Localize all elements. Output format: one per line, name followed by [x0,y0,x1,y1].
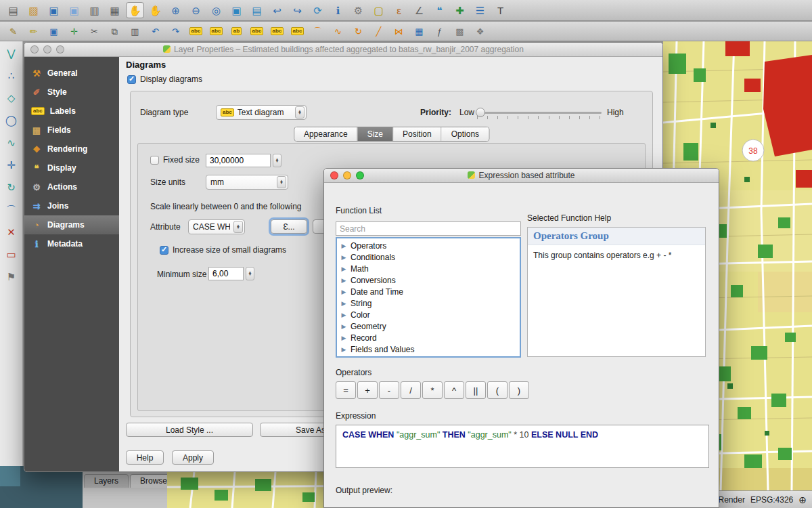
zoom-in-button[interactable]: ⊕ [166,2,185,18]
operator-button-([interactable]: ( [487,381,508,399]
fixed-size-checkbox[interactable] [150,156,159,165]
expand-triangle-icon[interactable]: ▶ [340,346,348,353]
fixed-size-stepper[interactable]: ▲▼ [273,154,281,167]
merge-features-button[interactable]: ⋈ [390,23,408,39]
function-group-fields-and-values[interactable]: ▶Fields and Values [337,343,520,355]
delete-selected-button[interactable]: ✕ [3,224,20,239]
function-group-operators[interactable]: ▶Operators [337,240,520,251]
move-feature-button[interactable]: ✛ [3,157,20,172]
tab-layers[interactable]: Layers [84,474,129,488]
operator-button-*[interactable]: * [422,381,443,399]
operator-button-/[interactable]: / [401,381,421,399]
increase-size-checkbox[interactable] [160,246,168,255]
function-group-conversions[interactable]: ▶Conversions [337,274,520,286]
function-group-date-and-time[interactable]: ▶Date and Time [337,286,520,297]
apply-button[interactable]: Apply [172,450,214,465]
circular-string-tool-button[interactable]: ◯ [3,112,20,127]
text-annotation-button[interactable]: T [491,2,510,18]
function-group-string[interactable]: ▶String [337,297,520,309]
label-rotate-button[interactable]: abc [268,23,286,39]
tab-options[interactable]: Options [442,127,489,141]
sidebar-item-metadata[interactable]: ℹMetadata [24,234,119,253]
load-style-button[interactable]: Load Style ... [126,423,253,437]
operator-button-=[interactable]: = [336,381,356,399]
composer-manager-button[interactable]: ▦ [106,2,124,18]
sidebar-item-actions[interactable]: ⚙Actions [24,177,119,196]
field-calculator-button[interactable]: ƒ [430,23,449,39]
label-pin-button[interactable]: ab [227,23,246,39]
sidebar-item-joins[interactable]: ⇉Joins [24,196,119,215]
new-bookmark-button[interactable]: ✚ [451,2,469,18]
open-project-button[interactable]: ▨ [24,2,43,18]
offset-curve-button[interactable]: ⌒ [309,23,327,39]
tab-size[interactable]: Size [358,127,393,141]
function-group-conditionals[interactable]: ▶Conditionals [337,251,520,263]
new-shapefile-layer-button[interactable]: ▭ [3,247,20,261]
zoom-to-layer-button[interactable]: ▤ [248,2,266,18]
sidebar-item-fields[interactable]: ▦Fields [24,121,119,140]
size-units-select[interactable]: mm ▲▼ [206,175,288,190]
annotation-tool-button[interactable]: ⚑ [3,269,20,284]
minimize-window-button[interactable] [343,171,351,179]
simplify-feature-button[interactable]: ⌒ [3,202,20,217]
priority-slider[interactable] [476,106,602,121]
expression-builder-button[interactable]: Ɛ... [271,219,307,234]
expand-triangle-icon[interactable]: ▶ [340,289,348,295]
function-group-color[interactable]: ▶Color [337,309,520,320]
expression-editor[interactable]: CASE WHEN "aggr_sum" THEN "aggr_sum" * 1… [336,425,709,468]
pan-to-selection-button[interactable]: ✋ [146,2,164,18]
minimum-size-stepper[interactable]: ▲▼ [246,267,254,280]
undo-button[interactable]: ↶ [146,23,164,39]
save-project-as-button[interactable]: ▣ [65,2,83,18]
reshape-features-button[interactable]: ∿ [329,23,347,39]
operator-button-)[interactable]: ) [509,381,529,399]
show-bookmarks-button[interactable]: ☰ [471,2,489,18]
crs-globe-icon[interactable]: ⊕ [798,494,807,505]
expand-triangle-icon[interactable]: ▶ [340,335,348,341]
tab-appearance[interactable]: Appearance [294,127,358,141]
identify-features-button[interactable]: ℹ [329,2,347,18]
rotate-feature-left-button[interactable]: ↻ [3,179,20,194]
minimum-size-input[interactable] [208,267,244,280]
close-window-button[interactable] [330,171,338,179]
zoom-out-button[interactable]: ⊖ [187,2,205,18]
node-tool-button[interactable]: ✛ [65,23,83,39]
toggle-editing-button[interactable]: ✏ [24,23,43,39]
cut-features-button[interactable]: ✂ [85,23,104,39]
operator-button-^[interactable]: ^ [444,381,464,399]
curve-feature-tool-button[interactable]: ∿ [3,135,20,150]
measure-line-button[interactable]: ∠ [410,2,428,18]
expression-dialog-titlebar[interactable]: Expression based attribute [324,169,719,183]
sidebar-item-labels[interactable]: abcLabels [24,102,119,121]
paste-features-button[interactable]: ▥ [126,23,144,39]
add-polygon-feature-button[interactable]: ◇ [3,90,20,105]
pan-map-button[interactable]: ✋ [126,2,144,18]
operator-button-+[interactable]: + [357,381,378,399]
copy-features-button[interactable]: ⧉ [106,23,124,39]
function-group-record[interactable]: ▶Record [337,332,520,343]
map-decorations-button[interactable]: ❖ [471,23,489,39]
save-layer-edits-button[interactable]: ▣ [45,23,63,39]
zoom-full-button[interactable]: ◎ [207,2,225,18]
render-label[interactable]: Render [719,495,745,505]
map-tips-button[interactable]: ❝ [430,2,449,18]
sidebar-item-diagrams[interactable]: ◔Diagrams [24,215,119,234]
minimize-window-button[interactable] [43,45,51,54]
vertex-tool-button[interactable]: ∴ [3,68,20,83]
new-project-button[interactable]: ▤ [4,2,22,18]
function-group-geometry[interactable]: ▶Geometry [337,320,520,332]
close-window-button[interactable] [30,45,39,54]
label-change-button[interactable]: abc [288,23,307,39]
zoom-last-button[interactable]: ↩ [268,2,286,18]
save-project-button[interactable]: ▣ [45,2,63,18]
split-features-button[interactable]: ╱ [369,23,388,39]
sidebar-item-general[interactable]: ⚒General [24,64,119,83]
expand-triangle-icon[interactable]: ▶ [340,312,348,318]
sidebar-item-rendering[interactable]: ❖Rendering [24,140,119,158]
expand-triangle-icon[interactable]: ▶ [340,277,348,284]
layer-properties-titlebar[interactable]: Layer Properties – Estimated buildings a… [24,43,662,57]
select-by-expression-button[interactable]: ε [390,2,408,18]
select-features-button[interactable]: ▢ [369,2,388,18]
sidebar-item-display[interactable]: ❝Display [24,158,119,177]
fixed-size-input[interactable] [206,154,271,167]
